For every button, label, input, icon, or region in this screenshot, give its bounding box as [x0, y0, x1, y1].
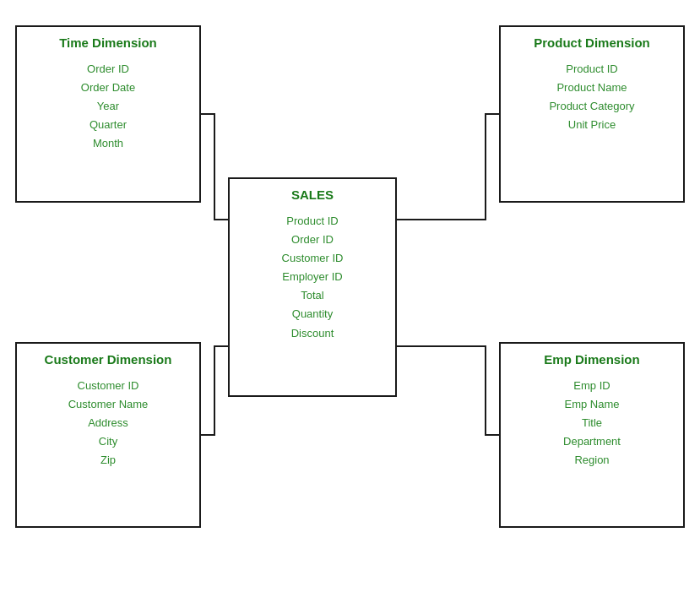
emp-dimension-fields: Emp ID Emp Name Title Department Region — [501, 373, 683, 480]
emp-field-region: Region — [511, 451, 673, 470]
time-field-month: Month — [27, 134, 189, 153]
customer-field-name: Customer Name — [27, 395, 189, 414]
diagram-container: Time Dimension Order ID Order Date Year … — [0, 0, 700, 603]
customer-dimension-title: Customer Dimension — [17, 344, 199, 373]
sales-field-product-id: Product ID — [240, 212, 385, 231]
customer-connector — [201, 346, 228, 435]
product-field-id: Product ID — [511, 60, 673, 79]
product-dimension-fields: Product ID Product Name Product Category… — [501, 57, 683, 144]
emp-dimension-title: Emp Dimension — [501, 344, 683, 373]
time-field-year: Year — [27, 97, 189, 116]
sales-field-order-id: Order ID — [240, 231, 385, 249]
time-field-order-id: Order ID — [27, 60, 189, 79]
customer-dimension-box: Customer Dimension Customer ID Customer … — [15, 342, 201, 528]
customer-dimension-fields: Customer ID Customer Name Address City Z… — [17, 373, 199, 480]
emp-dimension-box: Emp Dimension Emp ID Emp Name Title Depa… — [499, 342, 685, 528]
customer-field-address: Address — [27, 414, 189, 432]
sales-field-customer-id: Customer ID — [240, 249, 385, 268]
emp-field-department: Department — [511, 432, 673, 451]
customer-field-city: City — [27, 432, 189, 451]
product-connector — [397, 114, 499, 220]
time-connector — [201, 114, 228, 220]
sales-field-discount: Discount — [240, 324, 385, 343]
emp-field-title: Title — [511, 414, 673, 432]
time-dimension-title: Time Dimension — [17, 27, 199, 57]
product-field-name: Product Name — [511, 79, 673, 97]
time-dimension-box: Time Dimension Order ID Order Date Year … — [15, 25, 201, 203]
customer-field-zip: Zip — [27, 451, 189, 470]
product-field-category: Product Category — [511, 97, 673, 116]
sales-field-employer-id: Employer ID — [240, 268, 385, 286]
time-field-quarter: Quarter — [27, 116, 189, 134]
product-dimension-box: Product Dimension Product ID Product Nam… — [499, 25, 685, 203]
sales-fact-title: SALES — [230, 179, 395, 209]
emp-connector — [397, 346, 499, 435]
emp-field-name: Emp Name — [511, 395, 673, 414]
time-dimension-fields: Order ID Order Date Year Quarter Month — [17, 57, 199, 163]
sales-fact-fields: Product ID Order ID Customer ID Employer… — [230, 209, 395, 353]
product-dimension-title: Product Dimension — [501, 27, 683, 57]
time-field-order-date: Order Date — [27, 79, 189, 97]
sales-fact-box: SALES Product ID Order ID Customer ID Em… — [228, 177, 397, 397]
product-field-unit-price: Unit Price — [511, 116, 673, 134]
sales-field-quantity: Quantity — [240, 305, 385, 323]
customer-field-id: Customer ID — [27, 377, 189, 395]
emp-field-id: Emp ID — [511, 377, 673, 395]
sales-field-total: Total — [240, 286, 385, 305]
